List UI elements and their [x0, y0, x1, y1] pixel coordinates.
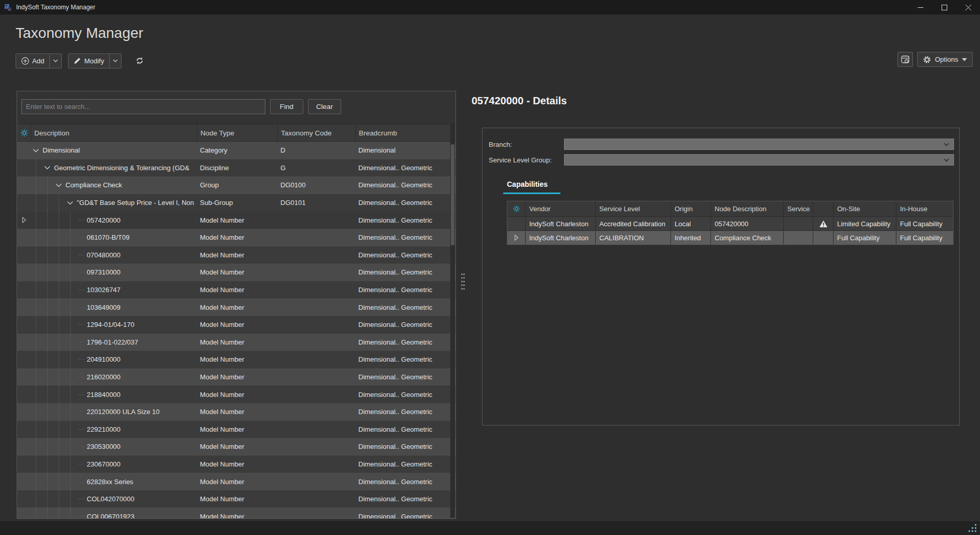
- tab-capabilities[interactable]: Capabilities: [507, 180, 548, 188]
- row-indicator: [17, 456, 31, 473]
- tree-indent-guide: [36, 229, 42, 246]
- table-row[interactable]: 070480000 Model Number Dimensional.. Geo…: [17, 246, 455, 264]
- table-row[interactable]: COL006701923 Model Number Dimensional.. …: [17, 507, 455, 518]
- add-icon: [21, 57, 29, 65]
- options-button[interactable]: Options: [917, 52, 973, 67]
- table-row[interactable]: COL042070000 Model Number Dimensional.. …: [17, 490, 455, 508]
- resize-grip-icon[interactable]: [969, 524, 977, 532]
- tree-indent-guide: [70, 403, 76, 421]
- tree-indent-guide: [70, 246, 76, 264]
- table-row[interactable]: Geometric Dimensioning & Tolerancing (GD…: [17, 159, 455, 177]
- row-indicator[interactable]: [507, 231, 525, 244]
- column-header-on-site[interactable]: On-Site: [833, 201, 896, 216]
- row-indicator[interactable]: [507, 217, 525, 230]
- panel-splitter[interactable]: [457, 91, 471, 519]
- row-indicator: [17, 281, 31, 299]
- branch-dropdown[interactable]: [564, 139, 954, 150]
- column-header-service-level[interactable]: Service Level: [595, 201, 670, 216]
- expand-chevron-icon[interactable]: [44, 166, 50, 170]
- column-header-taxonomy-code[interactable]: Taxonomy Code: [277, 125, 355, 141]
- vertical-scrollbar[interactable]: [450, 125, 455, 518]
- row-indicator: [17, 507, 31, 518]
- table-row[interactable]: 220120000 ULA Size 10 Model Number Dimen…: [17, 403, 455, 421]
- grid-customize-button[interactable]: [17, 125, 31, 141]
- column-header-in-house[interactable]: In-House: [896, 201, 954, 216]
- scrollbar-thumb[interactable]: [451, 144, 454, 245]
- table-row[interactable]: Dimensional Category D Dimensional: [17, 142, 455, 159]
- column-header-warning[interactable]: [813, 201, 833, 216]
- table-row[interactable]: Compliance Check Group DG0100 Dimensiona…: [17, 176, 455, 194]
- row-indicator: [17, 246, 31, 264]
- table-row[interactable]: 218840000 Model Number Dimensional.. Geo…: [17, 386, 455, 403]
- table-row[interactable]: 230530000 Model Number Dimensional.. Geo…: [17, 438, 455, 456]
- row-indicator: [17, 264, 31, 281]
- grid-customize-button[interactable]: [507, 201, 525, 216]
- tree-description-cell: 1294-01/04-170: [31, 316, 197, 334]
- taxonomy-code-cell: [277, 316, 355, 334]
- tree-indent-guide: [47, 368, 53, 386]
- tree-indent-guide: [70, 281, 76, 299]
- node-type-cell: Model Number: [197, 456, 277, 473]
- table-row[interactable]: 057420000 Model Number Dimensional.. Geo…: [17, 211, 455, 229]
- table-row[interactable]: 229210000 Model Number Dimensional.. Geo…: [17, 421, 455, 438]
- add-dropdown-button[interactable]: [50, 53, 62, 68]
- table-row[interactable]: "GD&T Base Setup Price - Level I, Non Su…: [17, 194, 455, 212]
- tree-node-label: Geometric Dimensioning & Tolerancing (GD…: [54, 164, 190, 172]
- expand-chevron-icon[interactable]: [56, 183, 62, 187]
- add-button[interactable]: Add: [16, 53, 50, 68]
- service-level-group-dropdown[interactable]: [564, 154, 954, 166]
- tree-indent-guide: [47, 316, 53, 334]
- breadcrumb-cell: Dimensional.. Geometric: [355, 490, 455, 508]
- table-row[interactable]: 204910000 Model Number Dimensional.. Geo…: [17, 351, 455, 368]
- tree-indent-guide: [36, 298, 42, 316]
- branch-label: Branch:: [489, 141, 564, 148]
- breadcrumb-cell: Dimensional.. Geometric: [355, 456, 455, 473]
- modify-button[interactable]: Modify: [68, 53, 110, 68]
- tree-node-label: 229210000: [87, 426, 120, 433]
- expand-chevron-icon[interactable]: [33, 148, 39, 153]
- tree-leaf-connector: [78, 307, 84, 308]
- tree-indent-guide: [47, 456, 53, 473]
- table-row[interactable]: 1294-01/04-170 Model Number Dimensional.…: [17, 316, 455, 334]
- table-row[interactable]: 103026747 Model Number Dimensional.. Geo…: [17, 281, 455, 299]
- column-header-origin[interactable]: Origin: [670, 201, 710, 216]
- column-header-service[interactable]: Service: [783, 201, 813, 216]
- close-button[interactable]: [956, 0, 980, 15]
- table-row[interactable]: 1796-01-022/037 Model Number Dimensional…: [17, 334, 455, 351]
- taxonomy-code-cell: G: [277, 159, 355, 177]
- column-header-node-description[interactable]: Node Description: [710, 201, 783, 216]
- taxonomy-code-cell: [277, 438, 355, 456]
- tree-node-label: 220120000 ULA Size 10: [87, 408, 159, 416]
- tree-indent-guide: [70, 368, 76, 386]
- tree-indent-guide: [47, 334, 53, 351]
- table-row[interactable]: 061070-B/T09 Model Number Dimensional.. …: [17, 229, 455, 246]
- schedule-button[interactable]: [897, 52, 913, 67]
- search-input[interactable]: [21, 99, 265, 114]
- table-row[interactable]: 216020000 Model Number Dimensional.. Geo…: [17, 368, 455, 386]
- minimize-button[interactable]: [908, 0, 932, 15]
- origin-cell: Local: [670, 217, 710, 230]
- table-row[interactable]: IndySoft Charleston Accredited Calibrati…: [507, 216, 953, 230]
- table-row[interactable]: 230670000 Model Number Dimensional.. Geo…: [17, 456, 455, 473]
- maximize-button[interactable]: [932, 0, 956, 15]
- table-row[interactable]: IndySoft Charleston CALIBRATION Inherite…: [507, 230, 953, 244]
- tree-node-label: 1294-01/04-170: [87, 321, 135, 328]
- column-header-description[interactable]: Description: [31, 125, 197, 141]
- modify-dropdown-button[interactable]: [110, 53, 122, 68]
- table-row[interactable]: 097310000 Model Number Dimensional.. Geo…: [17, 264, 455, 281]
- taxonomy-code-cell: [277, 421, 355, 438]
- tree-leaf-connector: [78, 272, 84, 272]
- table-row[interactable]: 62828xx Series Model Number Dimensional.…: [17, 473, 455, 490]
- expand-chevron-icon[interactable]: [67, 201, 73, 205]
- refresh-button[interactable]: [130, 53, 150, 68]
- column-header-breadcrumb[interactable]: Breadcrumb: [355, 125, 455, 141]
- chevron-down-icon: [53, 59, 58, 62]
- column-header-node-type[interactable]: Node Type: [197, 125, 277, 141]
- column-header-vendor[interactable]: Vendor: [525, 201, 595, 216]
- clear-button[interactable]: Clear: [308, 99, 341, 114]
- warning-cell: [813, 231, 833, 244]
- tree-description-cell: 230670000: [31, 456, 197, 473]
- tree-node-label: 061070-B/T09: [87, 234, 129, 241]
- find-button[interactable]: Find: [270, 99, 303, 114]
- table-row[interactable]: 103649009 Model Number Dimensional.. Geo…: [17, 298, 455, 316]
